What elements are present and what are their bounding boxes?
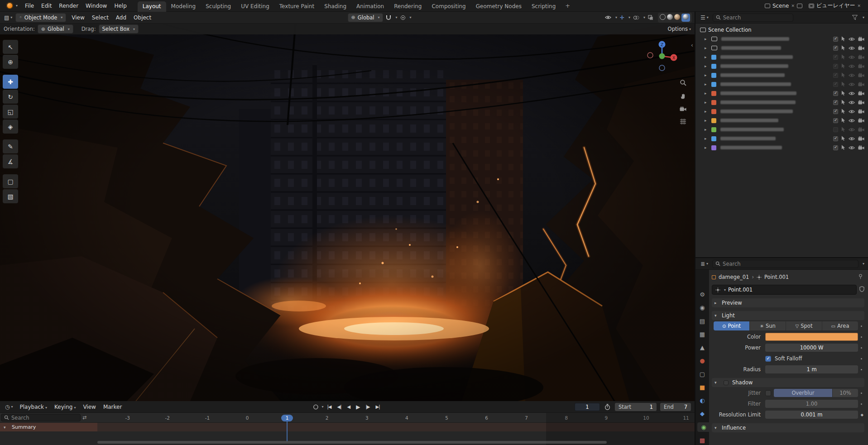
- new-scene-icon[interactable]: [797, 4, 802, 8]
- playback-previous-keyframe[interactable]: ◀|: [334, 403, 344, 410]
- outliner-search-input[interactable]: Search: [713, 14, 793, 22]
- playhead[interactable]: 1: [281, 415, 293, 421]
- power-field[interactable]: 10000 W: [765, 344, 858, 352]
- shading-rendered[interactable]: [681, 14, 690, 22]
- shadow-panel-header[interactable]: ▾ Shadow: [712, 378, 864, 387]
- eye-icon[interactable]: [849, 137, 855, 141]
- data-name-field[interactable]: ▾ Point.001: [712, 285, 857, 295]
- viewport-3d[interactable]: ▧▾ ◦ Object Mode▾ ViewSelectAddObject ⊕ …: [0, 12, 695, 401]
- light-type-sun[interactable]: ☀Sun: [750, 321, 786, 330]
- expand-caret-icon[interactable]: ▸: [705, 55, 709, 59]
- tool-annotate[interactable]: ✎: [3, 139, 18, 153]
- camera-icon[interactable]: [858, 64, 864, 68]
- preview-panel-header[interactable]: ▸Preview: [712, 298, 864, 307]
- overlays-toggle-icon[interactable]: [632, 15, 640, 20]
- timeline-menu-view[interactable]: View: [79, 402, 99, 412]
- drag-dropdown[interactable]: Select Box▾: [99, 24, 139, 33]
- pointer-icon[interactable]: [841, 109, 845, 114]
- camera-icon[interactable]: [858, 82, 864, 86]
- exclude-checkbox[interactable]: [833, 136, 838, 141]
- exclude-checkbox[interactable]: [833, 46, 838, 51]
- properties-tab-object[interactable]: ■: [697, 383, 708, 392]
- orientation-dropdown[interactable]: ⊕Global▾: [38, 24, 73, 33]
- camera-icon[interactable]: [858, 100, 864, 105]
- outliner-item[interactable]: ▸: [695, 53, 868, 62]
- workspace-tab-scripting[interactable]: Scripting: [527, 1, 561, 12]
- current-frame-field[interactable]: 1: [575, 403, 600, 411]
- filter-field[interactable]: 1.00: [765, 400, 858, 408]
- soft-falloff-checkbox[interactable]: [765, 356, 771, 362]
- timeline-search-input[interactable]: Search: [1, 414, 81, 421]
- light-type-area[interactable]: ▭Area: [822, 321, 858, 330]
- exclude-checkbox[interactable]: [833, 145, 838, 150]
- scene-selector[interactable]: Scene ✕: [763, 2, 804, 10]
- tool-add-cube[interactable]: ▢: [3, 174, 18, 188]
- tool-extrude[interactable]: ▧: [3, 189, 18, 203]
- eye-icon[interactable]: [849, 128, 855, 132]
- expand-caret-icon[interactable]: ▸: [705, 127, 709, 132]
- playback-jump-to-end[interactable]: ▶|: [373, 403, 383, 410]
- breadcrumb-object[interactable]: damege_01: [719, 274, 749, 280]
- shading-wireframe[interactable]: [660, 14, 666, 21]
- animate-dot[interactable]: [861, 403, 862, 405]
- overblur-field[interactable]: Overblur: [774, 389, 832, 397]
- expand-caret-icon[interactable]: ▸: [705, 91, 709, 96]
- camera-icon[interactable]: [858, 46, 864, 50]
- tool-move[interactable]: ✚: [3, 75, 18, 89]
- eye-icon[interactable]: [849, 100, 855, 105]
- pointer-icon[interactable]: [841, 118, 845, 123]
- proportional-editing-icon[interactable]: [399, 14, 407, 21]
- properties-tab-view-layer[interactable]: ▦: [697, 330, 708, 339]
- pointer-icon[interactable]: [841, 63, 845, 69]
- transform-orientation-dropdown[interactable]: ⊕ Global▾: [348, 13, 384, 22]
- chevron-down-icon[interactable]: ▾: [863, 15, 864, 19]
- pan-hand-icon[interactable]: [679, 92, 687, 100]
- camera-icon[interactable]: [858, 55, 864, 59]
- exclude-checkbox[interactable]: [833, 64, 838, 69]
- pointer-icon[interactable]: [841, 54, 845, 60]
- chevron-down-icon[interactable]: ▾: [863, 262, 864, 266]
- outliner-item[interactable]: ▸: [695, 34, 868, 43]
- properties-tab-tool[interactable]: ⚙: [697, 290, 708, 299]
- eye-icon[interactable]: [849, 55, 855, 59]
- animate-dot[interactable]: [861, 358, 862, 359]
- eye-icon[interactable]: [849, 82, 855, 86]
- jitter-checkbox[interactable]: [765, 390, 771, 396]
- playhead-line[interactable]: [287, 421, 288, 441]
- camera-icon[interactable]: [858, 127, 864, 132]
- eye-icon[interactable]: [849, 146, 855, 150]
- viewport-menu-select[interactable]: Select: [88, 13, 112, 22]
- animate-dot[interactable]: [861, 336, 862, 338]
- camera-icon[interactable]: [858, 109, 864, 114]
- menu-file[interactable]: File: [21, 1, 38, 10]
- menu-edit[interactable]: Edit: [38, 1, 55, 10]
- outliner-item[interactable]: ▸: [695, 80, 868, 89]
- tool-measure[interactable]: ∡: [3, 154, 18, 168]
- eye-icon[interactable]: [849, 46, 855, 50]
- outliner-item[interactable]: ▸: [695, 107, 868, 116]
- playback-next-keyframe[interactable]: |▶: [363, 403, 372, 410]
- expand-caret-icon[interactable]: ▸: [705, 46, 709, 50]
- timeline-menu-marker[interactable]: Marker: [100, 402, 125, 412]
- exclude-checkbox[interactable]: [833, 82, 838, 87]
- eye-icon[interactable]: [849, 119, 855, 123]
- editor-type-button[interactable]: ▧▾: [3, 14, 14, 21]
- eye-icon[interactable]: [849, 64, 855, 68]
- menu-help[interactable]: Help: [110, 1, 130, 10]
- workspace-tab-compositing[interactable]: Compositing: [427, 1, 470, 12]
- keyframe-diamond-icon[interactable]: ◆: [861, 413, 863, 417]
- shading-material[interactable]: [674, 14, 680, 21]
- exclude-checkbox[interactable]: [833, 127, 838, 132]
- pointer-icon[interactable]: [841, 91, 845, 96]
- playback-play[interactable]: ▶: [353, 403, 362, 411]
- animate-dot[interactable]: [861, 347, 862, 349]
- workspace-tab-animation[interactable]: Animation: [351, 1, 389, 12]
- radius-field[interactable]: 1 m: [765, 365, 858, 373]
- camera-icon[interactable]: [858, 37, 864, 41]
- outliner-item[interactable]: ▸: [695, 143, 868, 152]
- navigation-gizmo[interactable]: Z X: [645, 39, 679, 73]
- playback-jump-to-start[interactable]: |◀: [324, 403, 334, 410]
- shadow-checkbox[interactable]: [724, 380, 729, 385]
- end-frame-field[interactable]: End7: [660, 403, 691, 411]
- workspace-tab-rendering[interactable]: Rendering: [389, 1, 427, 12]
